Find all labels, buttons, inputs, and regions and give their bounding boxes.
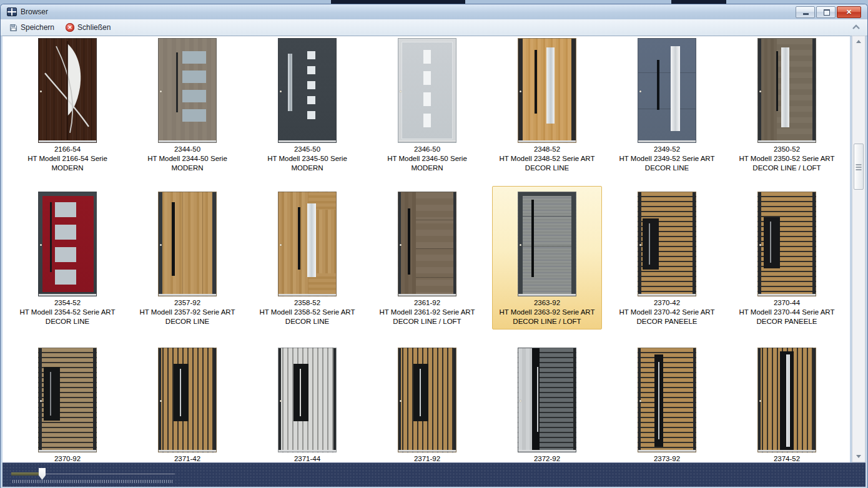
door-model-name: HT Modell 2344-50 Serie bbox=[133, 154, 242, 163]
door-code: 2371-42 bbox=[133, 454, 242, 462]
door-thumbnail bbox=[518, 192, 576, 296]
door-tile[interactable]: 2346-50 HT Modell 2346-50 Serie MODERN bbox=[372, 36, 482, 176]
door-model-name: HT Modell 2357-92 Serie ART bbox=[133, 308, 242, 317]
door-tile[interactable]: 2349-52 HT Modell 2349-52 Serie ART DECO… bbox=[612, 36, 722, 176]
door-model-name: HT Modell 2345-50 Serie bbox=[253, 154, 362, 163]
door-thumbnail bbox=[638, 348, 696, 452]
bottom-bar bbox=[2, 462, 866, 487]
door-series: MODERN bbox=[133, 163, 242, 173]
door-tile-selected[interactable]: 2363-92 HT Modell 2363-92 Serie ART DECO… bbox=[492, 186, 602, 329]
door-model-name: HT Modell 2370-42 Serie ART bbox=[613, 308, 721, 317]
restore-button[interactable] bbox=[816, 6, 836, 18]
door-code: 2371-92 bbox=[373, 454, 481, 462]
door-thumbnail bbox=[38, 38, 97, 143]
door-tile[interactable]: 2372-92 bbox=[492, 346, 602, 462]
save-icon bbox=[9, 24, 17, 32]
slider-ticks bbox=[12, 480, 174, 483]
door-code: 2374-52 bbox=[732, 454, 841, 462]
slider-fill bbox=[11, 472, 41, 476]
door-code: 2372-92 bbox=[493, 454, 601, 462]
door-model-name: HT Modell 2361-92 Serie ART bbox=[373, 308, 481, 317]
door-caption: 2370-44 HT Modell 2370-44 Serie ART DECO… bbox=[732, 298, 841, 326]
door-catalog: 2166-54 HT Modell 2166-54 Serie MODERN 2… bbox=[2, 36, 850, 462]
door-model-name: HT Modell 2349-52 Serie ART bbox=[613, 154, 721, 163]
door-thumbnail bbox=[278, 38, 337, 143]
save-button-label: Speichern bbox=[21, 23, 54, 32]
close-circle-icon: ✕ bbox=[66, 23, 74, 32]
door-code: 2345-50 bbox=[253, 145, 362, 154]
browser-window-icon bbox=[7, 7, 17, 16]
door-caption: 2345-50 HT Modell 2345-50 Serie MODERN bbox=[253, 145, 362, 173]
door-code: 2350-52 bbox=[732, 145, 841, 154]
door-tile[interactable]: 2345-50 HT Modell 2345-50 Serie MODERN bbox=[252, 36, 362, 176]
door-thumbnail bbox=[38, 348, 97, 452]
door-thumbnail bbox=[518, 38, 576, 143]
door-tile[interactable]: 2370-42 HT Modell 2370-42 Serie ART DECO… bbox=[612, 186, 722, 329]
door-tile[interactable]: 2357-92 HT Modell 2357-92 Serie ART DECO… bbox=[132, 186, 242, 329]
close-x-icon: ✕ bbox=[837, 7, 861, 17]
close-window-button[interactable]: ✕ bbox=[837, 6, 861, 18]
door-code: 2346-50 bbox=[373, 145, 481, 154]
slider-thumb[interactable] bbox=[39, 468, 46, 480]
door-tile[interactable]: 2358-52 HT Modell 2358-52 Serie ART DECO… bbox=[252, 186, 362, 329]
door-tile[interactable]: 2373-92 bbox=[612, 346, 722, 462]
door-caption: 2371-42 bbox=[133, 454, 242, 462]
door-tile[interactable]: 2166-54 HT Modell 2166-54 Serie MODERN bbox=[12, 36, 122, 176]
door-tile[interactable]: 2371-92 bbox=[372, 346, 482, 462]
door-series: DECOR LINE bbox=[253, 317, 362, 326]
door-code: 2166-54 bbox=[13, 145, 122, 154]
thumbnail-size-slider[interactable] bbox=[11, 466, 175, 484]
door-thumbnail bbox=[518, 348, 576, 452]
door-series: DECOR LINE / LOFT bbox=[732, 163, 841, 173]
door-grid-row: 2370-92 2371-42 2371-44 bbox=[7, 346, 850, 462]
door-tile[interactable]: 2348-52 HT Modell 2348-52 Serie ART DECO… bbox=[492, 36, 602, 176]
door-tile[interactable]: 2371-44 bbox=[252, 346, 362, 462]
minimize-button[interactable] bbox=[796, 6, 815, 18]
door-tile[interactable]: 2374-52 bbox=[732, 346, 842, 462]
restore-icon bbox=[824, 9, 830, 16]
door-code: 2363-92 bbox=[493, 298, 601, 308]
door-tile[interactable]: 2354-52 HT Modell 2354-52 Serie ART DECO… bbox=[12, 186, 122, 329]
door-thumbnail bbox=[757, 38, 816, 143]
collapse-toolbar-button[interactable] bbox=[851, 23, 861, 32]
door-tile[interactable]: 2370-92 bbox=[12, 346, 122, 462]
door-art-curves bbox=[39, 39, 96, 142]
door-tile[interactable]: 2350-52 HT Modell 2350-52 Serie ART DECO… bbox=[732, 36, 842, 176]
door-code: 2361-92 bbox=[373, 298, 481, 308]
door-thumbnail bbox=[158, 348, 217, 452]
door-thumbnail bbox=[158, 192, 217, 296]
scroll-up-button[interactable] bbox=[852, 36, 865, 47]
door-thumbnail bbox=[278, 192, 337, 296]
door-tile[interactable]: 2371-42 bbox=[132, 346, 242, 462]
door-thumbnail bbox=[638, 192, 696, 296]
door-model-name: HT Modell 2363-92 Serie ART bbox=[493, 308, 601, 317]
door-grid-row: 2166-54 HT Modell 2166-54 Serie MODERN 2… bbox=[7, 36, 850, 176]
door-caption: 2349-52 HT Modell 2349-52 Serie ART DECO… bbox=[613, 145, 721, 173]
door-tile[interactable]: 2370-44 HT Modell 2370-44 Serie ART DECO… bbox=[732, 186, 842, 329]
vertical-scrollbar[interactable] bbox=[852, 36, 866, 462]
door-series: DECOR LINE bbox=[13, 317, 122, 326]
door-tile[interactable]: 2361-92 HT Modell 2361-92 Serie ART DECO… bbox=[372, 186, 482, 329]
arrow-up-icon bbox=[856, 40, 861, 43]
door-code: 2354-52 bbox=[13, 298, 122, 308]
door-grid: 2166-54 HT Modell 2166-54 Serie MODERN 2… bbox=[2, 36, 850, 462]
door-caption: 2370-42 HT Modell 2370-42 Serie ART DECO… bbox=[613, 298, 721, 326]
scrollbar-thumb[interactable] bbox=[854, 144, 864, 190]
door-model-name: HT Modell 2358-52 Serie ART bbox=[253, 308, 362, 317]
door-series: MODERN bbox=[13, 163, 122, 173]
door-caption: 2374-52 bbox=[732, 454, 841, 462]
door-series: DECOR LINE bbox=[493, 163, 601, 173]
door-caption: 2346-50 HT Modell 2346-50 Serie MODERN bbox=[373, 145, 481, 173]
door-model-name: HT Modell 2166-54 Serie bbox=[13, 154, 122, 163]
save-button[interactable]: Speichern bbox=[6, 22, 59, 33]
door-code: 2349-52 bbox=[613, 145, 721, 154]
close-button[interactable]: ✕ Schließen bbox=[62, 22, 116, 33]
door-caption: 2363-92 HT Modell 2363-92 Serie ART DECO… bbox=[493, 298, 601, 326]
door-model-name: HT Modell 2354-52 Serie ART bbox=[13, 308, 122, 317]
door-thumbnail bbox=[38, 192, 97, 296]
door-caption: 2371-92 bbox=[373, 454, 481, 462]
scroll-down-button[interactable] bbox=[852, 451, 865, 462]
door-code: 2370-42 bbox=[613, 298, 721, 308]
door-tile[interactable]: 2344-50 HT Modell 2344-50 Serie MODERN bbox=[132, 36, 242, 176]
door-code: 2371-44 bbox=[253, 454, 362, 462]
